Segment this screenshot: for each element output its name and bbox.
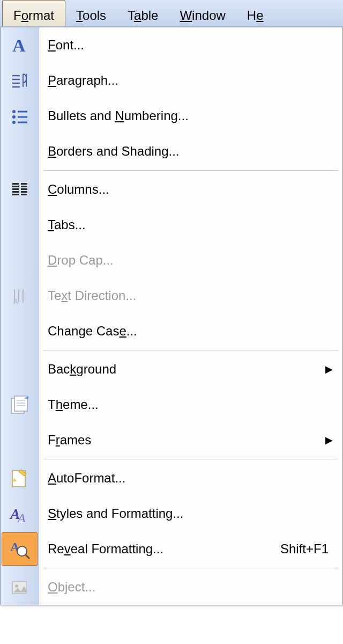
menubar-item-window[interactable]: Window — [169, 0, 236, 26]
dropcap-icon-placeholder — [1, 243, 39, 278]
columns-icon — [1, 172, 39, 207]
svg-text:A: A — [13, 297, 19, 305]
reveal-formatting-icon: A — [2, 532, 38, 566]
svg-point-37 — [15, 584, 18, 588]
menu-items-column: Font... Paragraph... Bullets and Numberi… — [39, 27, 342, 605]
svg-rect-15 — [12, 194, 19, 195]
menu-icon-column: A — [1, 27, 39, 605]
paragraph-icon — [1, 63, 39, 98]
submenu-arrow-icon: ▶ — [325, 434, 333, 446]
submenu-arrow-icon: ▶ — [325, 363, 333, 375]
svg-rect-18 — [21, 188, 27, 190]
svg-rect-20 — [21, 194, 27, 195]
svg-point-9 — [12, 121, 16, 124]
text-direction-icon: A — [1, 278, 39, 313]
background-icon-placeholder — [1, 352, 39, 387]
menu-item-paragraph[interactable]: Paragraph... — [39, 63, 342, 98]
menu-item-object: Object... — [39, 569, 342, 605]
menu-item-columns[interactable]: Columns... — [39, 172, 342, 207]
svg-rect-16 — [21, 183, 27, 185]
shortcut-label: Shift+F1 — [280, 541, 334, 557]
menu-separator — [43, 459, 338, 459]
menu-item-styles-formatting[interactable]: Styles and Formatting... — [39, 496, 342, 531]
tabs-icon-placeholder — [1, 207, 39, 243]
autoformat-icon — [1, 460, 39, 496]
menubar-item-tools[interactable]: Tools — [65, 0, 117, 26]
menu-item-tabs[interactable]: Tabs... — [39, 207, 342, 243]
menubar: Format Tools Table Window He — [0, 0, 343, 27]
svg-point-5 — [12, 110, 16, 113]
changecase-icon-placeholder — [1, 313, 39, 349]
bullets-icon — [1, 98, 39, 134]
svg-point-7 — [12, 115, 16, 119]
borders-icon-placeholder — [1, 134, 39, 169]
menu-item-drop-cap: Drop Cap... — [39, 243, 342, 278]
svg-rect-14 — [12, 191, 19, 193]
svg-text:A: A — [12, 35, 26, 55]
menu-item-background[interactable]: Background ▶ — [39, 352, 342, 387]
menu-separator — [43, 568, 338, 568]
menu-separator — [43, 350, 338, 350]
menu-separator — [43, 170, 338, 171]
menu-item-autoformat[interactable]: AutoFormat... — [39, 460, 342, 496]
svg-rect-13 — [12, 188, 19, 190]
menu-item-change-case[interactable]: Change Case... — [39, 313, 342, 349]
styles-icon: A A — [1, 496, 39, 531]
menubar-item-format[interactable]: Format — [2, 0, 65, 26]
menu-item-frames[interactable]: Frames ▶ — [39, 422, 342, 458]
menu-item-reveal-formatting[interactable]: Reveal Formatting... Shift+F1 — [39, 531, 342, 567]
svg-line-35 — [25, 554, 29, 559]
menu-item-borders-shading[interactable]: Borders and Shading... — [39, 134, 342, 169]
menu-item-text-direction: Text Direction... — [39, 278, 342, 313]
svg-rect-19 — [21, 191, 27, 193]
svg-rect-12 — [12, 186, 19, 187]
menu-item-font[interactable]: Font... — [39, 27, 342, 63]
object-icon — [1, 569, 39, 605]
theme-icon — [1, 387, 39, 422]
menubar-item-table[interactable]: Table — [117, 0, 169, 26]
format-menu-dropdown: A — [0, 27, 343, 605]
menu-item-theme[interactable]: Theme... — [39, 387, 342, 422]
menu-item-bullets-numbering[interactable]: Bullets and Numbering... — [39, 98, 342, 134]
svg-rect-17 — [21, 186, 27, 187]
font-icon: A — [1, 27, 39, 63]
svg-text:A: A — [17, 511, 26, 524]
menubar-item-help[interactable]: He — [236, 0, 274, 26]
svg-rect-11 — [12, 183, 19, 185]
frames-icon-placeholder — [1, 422, 39, 458]
